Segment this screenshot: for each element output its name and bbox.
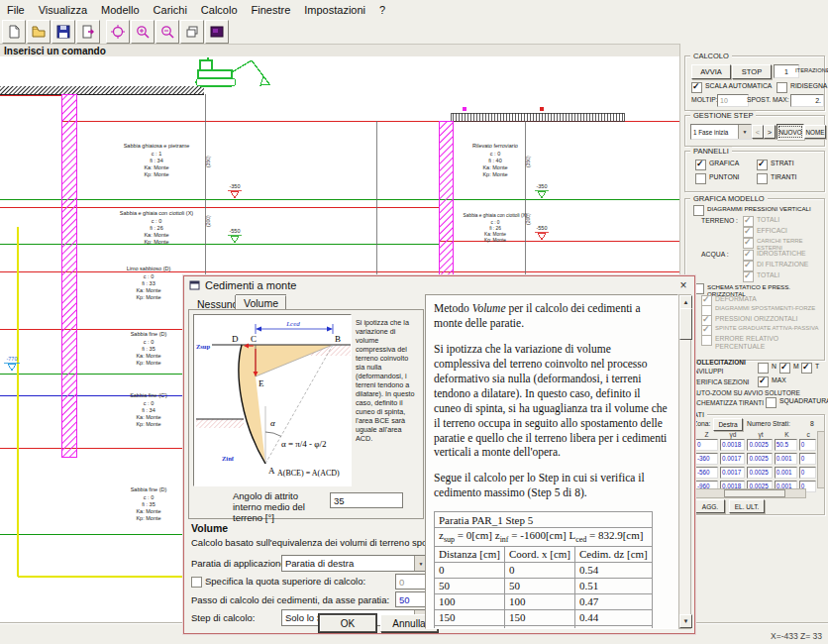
svg-text:(350): (350)	[525, 156, 531, 167]
export-page-icon	[80, 24, 96, 40]
agg-button[interactable]: AGG.	[695, 499, 725, 513]
level-marker-right-550: -550	[535, 225, 549, 240]
m-checkbox[interactable]: M	[779, 363, 799, 374]
step-calcolo-label: Step di calcolo:	[191, 612, 255, 623]
export-button[interactable]	[76, 20, 100, 44]
layer-c: c : 0	[144, 273, 154, 279]
chevron-down-icon[interactable]: ▼	[738, 125, 751, 139]
tiranti-checkbox[interactable]: TIRANTI	[757, 173, 796, 184]
layer-fi: fi : 26	[150, 225, 162, 231]
nuovo-button[interactable]: NUOVO	[776, 124, 804, 140]
table-row: 2002000.41	[435, 625, 653, 629]
strati-row[interactable]: -560 0.0017 0.0025 0.001 0	[695, 467, 816, 479]
strati-hscrollbar[interactable]	[695, 488, 806, 498]
zona-button[interactable]: Destra	[713, 418, 743, 431]
strati-checkbox[interactable]: STRATI	[757, 160, 794, 170]
paratia-dropdown[interactable]: Paratia di destra▼	[281, 555, 428, 572]
grafica-modello-title: GRAFICA MODELLO	[690, 194, 768, 203]
method-paragraph-2: Si ipotizza che la variazione di volume …	[434, 342, 670, 461]
level-marker-left-550: -550	[228, 228, 242, 243]
max-checkbox[interactable]: MAX	[758, 376, 786, 387]
render-image-button[interactable]	[205, 20, 229, 44]
menu-item[interactable]: Visualizza	[32, 2, 94, 18]
zona-label: Zona:	[693, 420, 710, 427]
ridisegna-checkbox[interactable]: RIDISEGNA	[776, 82, 827, 93]
layer-c: c : 0	[144, 494, 154, 500]
zoom-in-button[interactable]	[131, 20, 155, 44]
menu-item[interactable]: File	[0, 2, 32, 18]
n-checkbox[interactable]: N	[758, 363, 776, 374]
layer-label-right-1: Rilevato ferroviario c : 0 fi : 40 Ka: M…	[472, 143, 518, 177]
lced-label: Lced	[285, 320, 300, 328]
angolo-field[interactable]: 35	[330, 492, 403, 508]
strati-row[interactable]: -360 0.0017 0.0025 0.001 0	[695, 453, 816, 465]
excavator-drawing	[196, 57, 269, 86]
cascade-windows-button[interactable]	[180, 20, 204, 44]
scrollbar-thumb[interactable]	[679, 308, 692, 340]
schematizza-tiranti-label: SCHEMATIZZA TIRANTI	[692, 399, 764, 406]
menu-item[interactable]: Finestre	[245, 2, 298, 18]
svg-text:-550: -550	[229, 228, 240, 234]
command-bar-label: Inserisci un comando	[4, 46, 106, 56]
squadratura-checkbox[interactable]: SQUADRATURA	[766, 397, 828, 408]
layer-kp: Kp: Monte	[482, 171, 507, 177]
layer-label-left-6: Sabbia fine (D) c : 0 fi : 35 Ka: Monte …	[131, 486, 167, 521]
calcolo-group: CALCOLO AVVIA STOP 1 ITERAZIONE SCALA AU…	[684, 55, 825, 111]
grafica-checkbox[interactable]: GRAFICA	[695, 160, 739, 170]
open-button[interactable]	[27, 20, 51, 44]
zoom-in-icon	[135, 24, 151, 40]
sollecitazioni-label: SOLLECITAZIONI	[692, 359, 746, 366]
layer-c: c : 1	[152, 151, 161, 157]
dialog-titlebar[interactable]: Cedimenti a monte	[184, 276, 694, 294]
close-icon[interactable]: ×	[676, 278, 690, 292]
menu-item[interactable]: Carichi	[147, 2, 194, 18]
quota-checkbox[interactable]: Specifica la quota superiore di calcolo:	[191, 577, 365, 588]
scroll-down-icon[interactable]: ▼	[679, 614, 692, 628]
paratia-label: Paratia di applicazione:	[191, 558, 288, 569]
layer-label-left-2: Sabbia e ghiaia con ciottoli (X) c : 0 f…	[120, 210, 193, 245]
volume-description: Calcolo basato sull'equivalenza dei volu…	[191, 537, 445, 548]
menu-item[interactable]: Impostazioni	[297, 2, 372, 18]
spost-max-field[interactable]: 2.	[790, 94, 824, 107]
new-document-button[interactable]	[2, 20, 26, 44]
nome-button[interactable]: NOME	[804, 125, 826, 139]
layer-fi: fi : 40	[488, 158, 501, 163]
menu-item[interactable]: Calcolo	[194, 2, 245, 18]
di-filtrazione-checkbox: DI FILTRAZIONE	[743, 261, 808, 271]
el-ult-button[interactable]: EL. ULT.	[729, 499, 765, 513]
menu-bar: FileVisualizzaModelloCarichiCalcoloFines…	[0, 0, 828, 20]
table-row: 1501500.44	[435, 609, 653, 625]
puntoni-checkbox[interactable]: PUNTONI	[695, 173, 739, 184]
layer-ka: Ka: Monte	[136, 508, 160, 514]
method-paragraph-1: Metodo Volume per il calcolo dei cedimen…	[434, 301, 670, 331]
moltip-label: MOLTIP:	[691, 96, 718, 103]
menu-item[interactable]: ?	[372, 2, 392, 18]
pan-origin-button[interactable]	[106, 20, 130, 44]
scala-automatica-checkbox[interactable]: SCALA AUTOMATICA	[691, 82, 772, 93]
avvia-button[interactable]: AVVIA	[691, 64, 731, 79]
layer-label-right-2: Sabbia e ghiaia con ciottoli (X) c : 0 f…	[464, 213, 528, 243]
svg-text:(350): (350)	[205, 156, 211, 167]
application-window: FileVisualizzaModelloCarichiCalcoloFines…	[0, 0, 828, 644]
idrostatiche-checkbox: IDROSTATICHE	[743, 250, 806, 261]
scroll-up-icon[interactable]: ▲	[679, 295, 692, 309]
step-next-button[interactable]: >	[764, 125, 776, 139]
layer-name: Sabbia ghiaiosa e pietrame	[124, 143, 190, 149]
stop-button[interactable]: STOP	[732, 64, 772, 79]
moltip-field[interactable]: 10	[717, 94, 749, 107]
strati-row[interactable]: 0 0.0018 0.0025 50.5 0	[695, 439, 816, 451]
step-dropdown[interactable]: 1 Fase inizia▼	[690, 124, 752, 140]
diagrammi-pressioni-checkbox[interactable]: DIAGRAMMI PRESSIONI VERTICALI	[693, 205, 811, 216]
terreno-label: TERRENO :	[701, 217, 738, 224]
layer-name: Rilevato ferroviario	[472, 143, 518, 149]
step-prev-button[interactable]: <	[752, 125, 764, 139]
method-text-area: Metodo Volume per il calcolo dei cedimen…	[425, 294, 678, 629]
save-button[interactable]	[52, 20, 75, 44]
ok-button[interactable]: OK	[319, 614, 376, 632]
layer-fi: fi : 34	[150, 158, 162, 163]
t-checkbox[interactable]: T	[801, 363, 819, 374]
menu-item[interactable]: Modello	[94, 2, 147, 18]
dialog-scrollbar[interactable]: ▲ ▼	[678, 294, 691, 629]
strati-vscrollbar[interactable]	[817, 431, 825, 488]
zoom-out-button[interactable]	[155, 20, 179, 44]
